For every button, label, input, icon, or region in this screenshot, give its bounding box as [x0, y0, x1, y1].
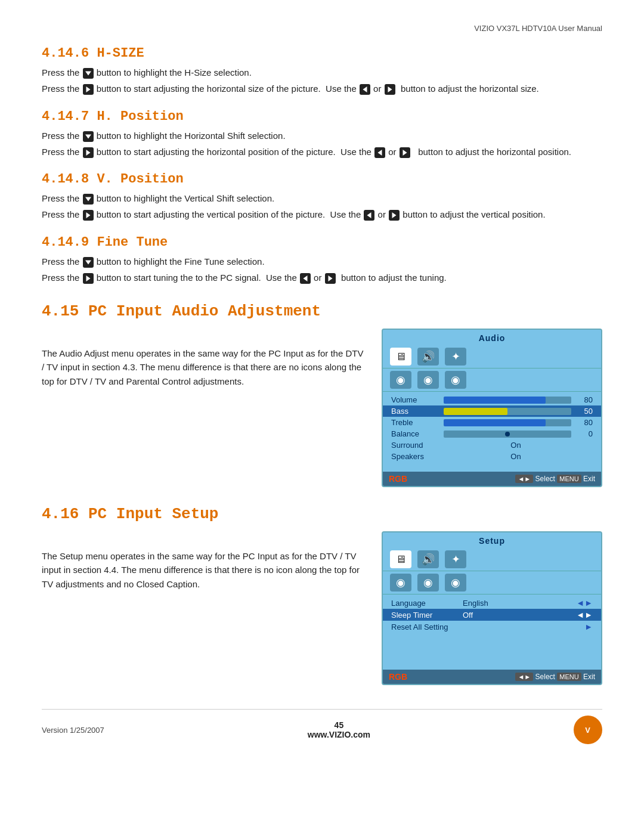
- setup-menu-items: Language English ◄► Sleep Timer Off ◄►: [383, 594, 601, 670]
- setup-footer-rgb: RGB: [389, 672, 407, 682]
- sleep-value: Off: [457, 611, 576, 620]
- balance-bar-wrap: [444, 431, 571, 438]
- footer-page: 45: [308, 720, 370, 730]
- heading-hposition: 4.14.7 H. Position: [42, 109, 602, 124]
- heading-finetune: 4.14.9 Fine Tune: [42, 235, 602, 250]
- treble-value: 80: [576, 418, 593, 427]
- right-btn-icon2: [385, 84, 395, 95]
- bass-value: 50: [576, 407, 593, 416]
- setup-icon-other: ✦: [445, 550, 466, 568]
- left-btn-icon-ft: [300, 273, 311, 284]
- volume-bar-wrap: [444, 397, 571, 404]
- down-btn-icon-ft1: [83, 257, 94, 268]
- treble-bar-wrap: [444, 419, 571, 426]
- language-label: Language: [391, 599, 457, 608]
- section-pc-audio: 4.15 PC Input Audio Adjustment The Audio…: [42, 302, 602, 487]
- language-value: English: [457, 599, 576, 608]
- manual-title: VIZIO VX37L HDTV10A User Manual: [474, 24, 602, 33]
- audio-footer-rgb: RGB: [389, 474, 407, 484]
- setup-menu-box: Setup 🖥 🔊 ✦ ◉ ◉ ◉: [382, 531, 602, 685]
- menu-spacer: [383, 462, 601, 470]
- surround-label: Surround: [391, 441, 439, 450]
- menu-item-balance: Balance 0: [383, 428, 601, 439]
- surround-value: On: [439, 441, 593, 450]
- volume-bar: [444, 397, 546, 404]
- pc-audio-menu: Audio 🖥 🔊 ✦ ◉ ◉ ◉: [382, 329, 602, 487]
- audio-menu-items: Volume 80 Bass 50: [383, 392, 601, 472]
- speakers-label: Speakers: [391, 452, 439, 461]
- balance-dot: [505, 432, 510, 436]
- heading-vposition: 4.14.8 V. Position: [42, 172, 602, 187]
- menu-item-volume: Volume 80: [383, 394, 601, 405]
- setup-menu-hint-icon: MENU: [557, 673, 581, 681]
- finetune-line2: Press the button to start tuning the to …: [42, 271, 602, 284]
- down-btn-icon-hp1: [83, 131, 94, 142]
- down-btn-icon: [83, 68, 94, 79]
- heading-pc-setup: 4.16 PC Input Setup: [42, 505, 602, 523]
- treble-label: Treble: [391, 418, 439, 427]
- right-btn-icon-vp: [83, 210, 94, 221]
- setup-item-sleep: Sleep Timer Off ◄►: [383, 609, 601, 621]
- heading-hsize: 4.14.6 H-SIZE: [42, 46, 602, 61]
- audio-icon-other: ✦: [445, 348, 466, 366]
- page-header: VIZIO VX37L HDTV10A User Manual: [42, 24, 602, 33]
- balance-value: 0: [576, 429, 593, 438]
- hsize-line2: Press the button to start adjusting the …: [42, 82, 602, 95]
- right-btn-icon-ft: [83, 273, 94, 284]
- setup-icon-1: ◉: [390, 574, 411, 592]
- setup-icon-2: ◉: [417, 574, 439, 592]
- section-finetune: 4.14.9 Fine Tune Press the button to hig…: [42, 235, 602, 285]
- audio-menu-footer: RGB ◄► Select MENU Exit: [383, 472, 601, 486]
- hposition-line1: Press the button to highlight the Horizo…: [42, 129, 602, 143]
- audio-icon-monitor: 🖥: [390, 348, 411, 366]
- audio-icons-row: 🖥 🔊 ✦: [383, 345, 601, 368]
- treble-bar: [444, 419, 546, 426]
- vizio-logo-text: V: [585, 726, 591, 735]
- menu-item-speakers: Speakers On: [383, 451, 601, 462]
- pc-audio-text: The Audio Adjust menu operates in the sa…: [42, 329, 364, 391]
- section-pc-setup: 4.16 PC Input Setup The Setup menu opera…: [42, 505, 602, 685]
- heading-pc-audio: 4.15 PC Input Audio Adjustment: [42, 302, 602, 320]
- setup-menu-footer: RGB ◄► Select MENU Exit: [383, 670, 601, 684]
- setup-icons-row: 🖥 🔊 ✦: [383, 548, 601, 571]
- audio-menu-title: Audio: [383, 330, 601, 345]
- setup-select-hint-icon: ◄►: [515, 673, 533, 681]
- speakers-value: On: [439, 452, 593, 461]
- bass-bar: [444, 408, 507, 415]
- pc-setup-text: The Setup menu operates in the same way …: [42, 531, 364, 593]
- audio-icon-3: ◉: [445, 371, 466, 389]
- page-footer: Version 1/25/2007 45 www.VIZIO.com V: [42, 709, 602, 744]
- right-btn-icon-hp: [83, 147, 94, 158]
- left-btn-icon-hp: [374, 147, 385, 158]
- hposition-line2: Press the button to start adjusting the …: [42, 145, 602, 159]
- setup-icon-monitor: 🖥: [390, 550, 411, 568]
- section-hposition: 4.14.7 H. Position Press the button to h…: [42, 109, 602, 159]
- reset-label: Reset All Setting: [391, 623, 457, 631]
- setup-icon-audio: 🔊: [417, 550, 439, 568]
- down-btn-icon-vp1: [83, 194, 94, 205]
- select-hint-icon: ◄►: [515, 475, 533, 483]
- vposition-line1: Press the button to highlight the Vertic…: [42, 191, 602, 205]
- footer-website: www.VIZIO.com: [308, 730, 370, 739]
- hsize-line1: Press the button to highlight the H-Size…: [42, 66, 602, 79]
- menu-item-treble: Treble 80: [383, 417, 601, 428]
- pc-audio-description: The Audio Adjust menu operates in the sa…: [42, 346, 364, 388]
- finetune-line1: Press the button to highlight the Fine T…: [42, 255, 602, 268]
- section-vposition: 4.14.8 V. Position Press the button to h…: [42, 172, 602, 222]
- footer-center: 45 www.VIZIO.com: [308, 720, 370, 739]
- language-arrow: ◄►: [576, 598, 593, 608]
- setup-footer-hint: ◄► Select MENU Exit: [515, 673, 595, 681]
- pc-audio-content: The Audio Adjust menu operates in the sa…: [42, 329, 602, 487]
- sleep-label: Sleep Timer: [391, 611, 457, 620]
- menu-hint-icon: MENU: [557, 475, 581, 483]
- menu-item-surround: Surround On: [383, 439, 601, 451]
- vposition-line2: Press the button to start adjusting the …: [42, 208, 602, 221]
- volume-label: Volume: [391, 395, 439, 404]
- pc-setup-description: The Setup menu operates in the same way …: [42, 549, 364, 591]
- footer-right: V: [574, 716, 602, 744]
- reset-arrow: ►: [584, 622, 593, 631]
- setup-icons-row2: ◉ ◉ ◉: [383, 571, 601, 594]
- setup-item-reset: Reset All Setting ►: [383, 621, 601, 633]
- bass-bar-wrap: [444, 408, 571, 415]
- bass-label: Bass: [391, 407, 439, 416]
